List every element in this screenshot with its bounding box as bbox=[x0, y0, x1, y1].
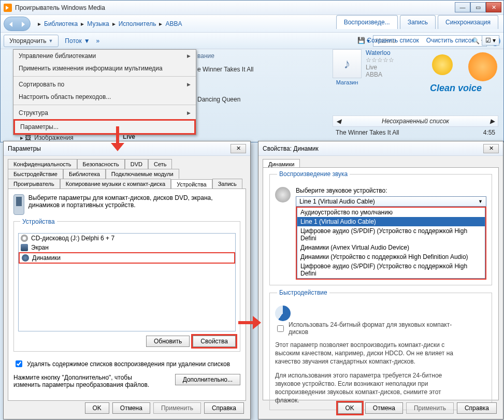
album-art-icon[interactable]: ♪ bbox=[333, 49, 362, 78]
right-tabs: Воспроизведе... Запись Синхронизация bbox=[336, 15, 498, 29]
tab-plugins[interactable]: Подключаемые модули bbox=[106, 169, 179, 179]
devices-legend: Устройства bbox=[20, 218, 57, 225]
audio-option[interactable]: Динамики (Avnex Virtual Audio Device) bbox=[297, 243, 485, 252]
ok-button[interactable]: OK bbox=[85, 402, 109, 414]
screen-icon bbox=[21, 244, 28, 251]
audio-option[interactable]: Динамики (Устройство с поддержкой High D… bbox=[297, 252, 485, 262]
menu-customize-nav[interactable]: Настроить область переходов... bbox=[13, 91, 196, 103]
back-forward-buttons[interactable] bbox=[4, 17, 31, 31]
track-row[interactable]: e Winner Takes It All bbox=[197, 63, 254, 76]
cancel-button[interactable]: Отмена bbox=[112, 402, 150, 414]
dialog-close-button[interactable]: ✕ bbox=[483, 144, 499, 153]
audio-option-selected[interactable]: Line 1 (Virtual Audio Cable) bbox=[297, 217, 485, 226]
tab-rip[interactable]: Копирование музыки с компакт-диска bbox=[60, 179, 171, 189]
maximize-button[interactable]: ▭ bbox=[470, 2, 486, 12]
playback-legend: Воспроизведение звука bbox=[277, 170, 350, 178]
tab-devices[interactable]: Устройства bbox=[171, 179, 212, 189]
help-button[interactable]: Справка bbox=[204, 402, 244, 414]
chevron-down-icon: ▼ bbox=[48, 38, 53, 44]
tab-privacy[interactable]: Конфиденциальность bbox=[8, 159, 77, 169]
new-playlist-button[interactable]: » bbox=[96, 37, 100, 45]
chevron-down-icon: ▼ bbox=[478, 199, 483, 204]
tab-burn[interactable]: Запись bbox=[212, 179, 242, 189]
ok-button[interactable]: OK bbox=[338, 402, 362, 414]
dialog-titlebar: Свойства: Динамик ✕ bbox=[258, 141, 503, 156]
chevron-down-icon: ▼ bbox=[84, 37, 90, 45]
wmp-main-window: Проигрыватель Windows Media — ▭ ✕ ▸ Библ… bbox=[0, 0, 504, 142]
device-item-screen[interactable]: Экран bbox=[19, 243, 235, 252]
tab-security[interactable]: Безопасность bbox=[77, 159, 125, 169]
unsaved-list-bar[interactable]: ◀ Несохраненный список ▶ bbox=[333, 115, 498, 127]
clear-list-link[interactable]: Очистить список bbox=[426, 37, 474, 44]
delete-lists-checkbox[interactable] bbox=[16, 360, 22, 367]
advanced-button[interactable]: Дополнительно... bbox=[175, 374, 240, 385]
menu-options[interactable]: Параметры... bbox=[13, 119, 196, 135]
properties-button[interactable]: Свойства bbox=[193, 336, 236, 347]
tab-network[interactable]: Сеть bbox=[148, 159, 172, 169]
images-icon: ▸ 🖼 bbox=[20, 134, 31, 141]
speaker-icon bbox=[22, 254, 29, 262]
tab-dvd[interactable]: DVD bbox=[125, 159, 148, 169]
cleanvoice-logo: Clean voice bbox=[430, 52, 497, 94]
options-dialog: Параметры ✕ Конфиденциальность Безопасно… bbox=[3, 141, 251, 419]
stream-button[interactable]: Поток ▼ bbox=[65, 37, 90, 45]
menu-layout[interactable]: Структура▶ bbox=[13, 107, 196, 119]
playlist-tools-icon[interactable]: ☑ ▾ bbox=[482, 35, 499, 46]
next-icon[interactable]: ▶ bbox=[490, 118, 495, 125]
cancel-button[interactable]: Отмена bbox=[365, 402, 403, 414]
audio-option[interactable]: Аудиоустройство по умолчанию bbox=[297, 208, 485, 217]
track-row[interactable]: Dancing Queen bbox=[197, 76, 254, 103]
audio-device-combobox[interactable]: Line 1 (Virtual Audio Cable) ▼ bbox=[296, 196, 486, 207]
apply-button[interactable]: Применить bbox=[153, 402, 201, 414]
dialog-close-button[interactable]: ✕ bbox=[231, 144, 246, 153]
help-button[interactable]: Справка bbox=[457, 402, 497, 414]
breadcrumb-item[interactable]: Музыка bbox=[87, 20, 109, 27]
speaker-icon bbox=[275, 187, 291, 202]
pie-chart-icon bbox=[275, 306, 291, 321]
apply-button[interactable]: Применить bbox=[406, 402, 454, 414]
perf-hint-1: Этот параметр позволяет воспроизводить к… bbox=[275, 341, 467, 366]
close-button[interactable]: ✕ bbox=[486, 2, 501, 12]
breadcrumb-item[interactable]: Исполнитель bbox=[119, 20, 156, 27]
audio-option[interactable]: Цифровое аудио (S/PDIF) (Устройство с по… bbox=[297, 226, 485, 243]
track-column: вание e Winner Takes It All Dancing Quee… bbox=[197, 52, 254, 103]
24bit-checkbox[interactable] bbox=[277, 325, 284, 332]
breadcrumb-item[interactable]: Библиотека bbox=[44, 20, 78, 27]
prev-icon[interactable]: ◀ bbox=[336, 118, 341, 125]
device-listbox[interactable]: CD-дисковод (J:) Delphi 6 + 7 Экран Дина… bbox=[18, 233, 236, 331]
save-list-link[interactable]: 💾 Сохранить список bbox=[357, 37, 419, 44]
menu-sort-by[interactable]: Сортировать по▶ bbox=[13, 78, 196, 91]
tab-library[interactable]: Библиотека bbox=[63, 169, 106, 179]
organize-button[interactable]: Упорядочить ▼ bbox=[4, 35, 59, 47]
album-title[interactable]: Waterloo bbox=[366, 49, 394, 56]
minimize-button[interactable]: — bbox=[455, 2, 470, 12]
menu-manage-libraries[interactable]: Управление библиотеками▶ bbox=[13, 50, 196, 62]
delete-lists-label: Удалять содержимое списков воспроизведен… bbox=[27, 360, 230, 368]
conversion-hint: Нажмите кнопку "Дополнительно", чтобы из… bbox=[13, 374, 159, 388]
audio-device-dropdown: Аудиоустройство по умолчанию Line 1 (Vir… bbox=[297, 208, 485, 279]
wmp-app-icon bbox=[4, 4, 12, 12]
audio-option[interactable]: Цифровое аудио (S/PDIF) (Устройство с по… bbox=[297, 262, 485, 278]
tab-play[interactable]: Воспроизведе... bbox=[336, 15, 398, 29]
dialog-title: Свойства: Динамик bbox=[263, 145, 319, 152]
playlist-track-row[interactable]: The Winner Takes It All 4:55 bbox=[333, 129, 498, 136]
tab-player[interactable]: Проигрыватель bbox=[8, 179, 60, 189]
device-item-speakers[interactable]: Динамики bbox=[19, 252, 235, 264]
speaker-properties-dialog: Свойства: Динамик ✕ Динамики Воспроизвед… bbox=[258, 141, 503, 419]
album-rating[interactable]: ☆☆☆☆☆ bbox=[366, 56, 394, 64]
pda-icon bbox=[13, 194, 24, 215]
menu-apply-media-info[interactable]: Применить изменения информации мультимед… bbox=[13, 62, 196, 75]
organize-label: Упорядочить bbox=[9, 37, 46, 45]
sidebar-item-images[interactable]: ▸ 🖼 Изображения bbox=[20, 134, 74, 141]
refresh-button[interactable]: Обновить bbox=[146, 336, 190, 347]
column-header-title[interactable]: вание bbox=[197, 52, 254, 63]
annotation-arrow-down bbox=[111, 126, 124, 151]
tab-performance[interactable]: Быстродействие bbox=[8, 169, 63, 179]
annotation-arrow-right bbox=[238, 316, 262, 329]
tab-burn[interactable]: Запись bbox=[400, 15, 436, 29]
album-artist: ABBA bbox=[366, 71, 394, 78]
device-item-cd[interactable]: CD-дисковод (J:) Delphi 6 + 7 bbox=[19, 234, 235, 243]
breadcrumb-item[interactable]: ABBA bbox=[165, 20, 182, 27]
tab-sync[interactable]: Синхронизация bbox=[438, 15, 498, 29]
store-link[interactable]: Магазин bbox=[333, 79, 362, 85]
